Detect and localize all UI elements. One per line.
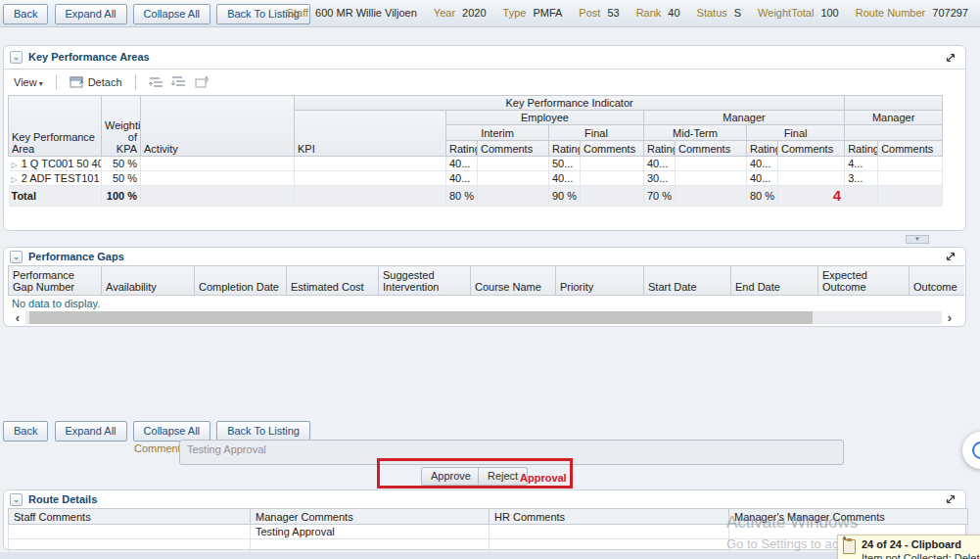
rank-label: Rank bbox=[636, 7, 662, 19]
maximize-panel-icon[interactable] bbox=[945, 493, 957, 505]
show-as-top-icon[interactable] bbox=[194, 75, 210, 88]
staff-value: 600 MR Willie Viljoen bbox=[315, 7, 417, 19]
comments-cell bbox=[878, 157, 943, 171]
key-performance-areas-panel: ⌄ Key Performance Areas View▾ Detach bbox=[3, 45, 966, 231]
col-header-course-name: Course Name bbox=[471, 266, 556, 296]
kpa-cell: 1 Q TC001 50 40 bbox=[22, 158, 102, 169]
col-header-rating: Rating bbox=[845, 141, 878, 157]
collapse-all-button[interactable]: Collapse All bbox=[133, 421, 210, 442]
col-header-expected-outcome: Expected Outcome bbox=[818, 266, 910, 296]
collapse-above-icon[interactable] bbox=[149, 75, 164, 88]
collapse-panel-icon[interactable]: ⌄ bbox=[10, 493, 23, 506]
weighting-cell: 50 % bbox=[102, 171, 141, 186]
panel-splitter-handle[interactable]: ▼ bbox=[906, 235, 929, 244]
weighttotal-label: WeightTotal bbox=[758, 7, 814, 19]
kpi-cell bbox=[295, 171, 446, 186]
col-header-kpa: Key Performance Area bbox=[9, 96, 102, 157]
comment-label: Comment bbox=[134, 443, 175, 454]
route-panel-header: ⌄ Route Details bbox=[4, 490, 965, 508]
comments-cell bbox=[676, 171, 747, 186]
group-header-midterm: Mid-Term bbox=[644, 125, 747, 141]
col-header-suggested-intervention: Suggested Intervention bbox=[379, 266, 471, 296]
comment-input[interactable]: Testing Approval bbox=[179, 440, 844, 465]
col-header-weighting: Weighting of KPA bbox=[102, 96, 141, 157]
assistant-icon bbox=[972, 442, 980, 459]
clipboard-icon bbox=[843, 539, 856, 554]
back-button[interactable]: Back bbox=[3, 4, 48, 24]
rating-cell: 40... bbox=[644, 157, 676, 171]
horizontal-scrollbar[interactable]: ‹ › bbox=[10, 310, 957, 325]
group-header-employee: Employee bbox=[446, 111, 644, 125]
scroll-left-icon[interactable]: ‹ bbox=[10, 311, 25, 324]
group-header-manager2: Manager bbox=[845, 111, 943, 125]
collapse-panel-icon[interactable]: ⌄ bbox=[10, 51, 23, 64]
comments-cell bbox=[778, 157, 845, 171]
col-header-activity: Activity bbox=[141, 96, 295, 157]
route-panel-title: Route Details bbox=[28, 493, 97, 505]
back-to-listing-button[interactable]: Back To Listing bbox=[216, 421, 310, 442]
group-header-kpi: Key Performance Indicator bbox=[295, 96, 845, 111]
rating-cell: 50... bbox=[549, 157, 581, 171]
scroll-right-icon[interactable]: › bbox=[942, 311, 957, 324]
maximize-panel-icon[interactable] bbox=[945, 52, 957, 64]
staff-label: Staff bbox=[287, 7, 308, 19]
year-label: Year bbox=[434, 7, 455, 19]
group-header-interim: Interim bbox=[446, 125, 549, 141]
col-header-rating: Rating bbox=[446, 141, 478, 157]
comments-cell bbox=[778, 171, 845, 186]
scrollbar-thumb[interactable] bbox=[29, 311, 813, 324]
col-header-comments: Comments bbox=[778, 141, 845, 157]
performance-gaps-panel: ⌄ Performance Gaps Performance Gap Numbe… bbox=[3, 247, 966, 327]
clipboard-tooltip: 24 of 24 - Clipboard Item not Collected:… bbox=[837, 535, 980, 559]
group-header-blank bbox=[845, 96, 943, 111]
approve-button[interactable]: Approve bbox=[421, 467, 481, 486]
rating-cell: 40... bbox=[747, 171, 778, 186]
rank-value: 40 bbox=[668, 7, 679, 19]
floating-assistant-widget[interactable] bbox=[962, 432, 980, 469]
col-header-gap-number: Performance Gap Number bbox=[9, 266, 102, 296]
post-value: 53 bbox=[607, 7, 619, 19]
total-weighting: 100 % bbox=[102, 186, 141, 207]
gaps-table: Performance Gap Number Availability Comp… bbox=[8, 265, 964, 296]
expand-all-button[interactable]: Expand All bbox=[55, 4, 127, 24]
group-header-final-manager: Final bbox=[747, 125, 845, 141]
staff-comments-cell bbox=[9, 525, 251, 539]
chevron-down-icon: ▾ bbox=[39, 79, 43, 88]
kpa-table: Key Performance Area Weighting of KPA Ac… bbox=[8, 95, 943, 207]
detach-button[interactable]: Detach bbox=[70, 75, 122, 88]
row-expander-icon[interactable]: ▷ bbox=[12, 161, 18, 169]
expand-all-button[interactable]: Expand All bbox=[55, 421, 127, 442]
collapse-below-icon[interactable] bbox=[171, 75, 187, 88]
clipboard-tooltip-detail: Item not Collected: Delete bbox=[862, 552, 980, 559]
col-header-comments: Comments bbox=[878, 141, 943, 157]
total-label: Total bbox=[9, 186, 102, 207]
table-row[interactable]: ▷2 ADF TEST101 5 50 % 40... 40... 30... … bbox=[9, 171, 943, 186]
collapse-all-button[interactable]: Collapse All bbox=[133, 4, 210, 24]
row-expander-icon[interactable]: ▷ bbox=[12, 175, 18, 184]
back-button[interactable]: Back bbox=[3, 421, 48, 442]
comments-cell bbox=[478, 157, 549, 171]
record-info-bar: Staff600 MR Willie Viljoen Year2020 Type… bbox=[287, 7, 968, 19]
kpa-panel-title: Key Performance Areas bbox=[28, 51, 150, 63]
collapse-panel-icon[interactable]: ⌄ bbox=[10, 251, 23, 263]
comments-cell bbox=[478, 171, 549, 186]
scrollbar-track[interactable] bbox=[25, 311, 942, 324]
col-header-priority: Priority bbox=[556, 266, 644, 296]
view-menu-button[interactable]: View▾ bbox=[14, 76, 43, 88]
maximize-panel-icon[interactable] bbox=[945, 251, 957, 262]
group-header-final-employee: Final bbox=[549, 125, 644, 141]
col-header-comments: Comments bbox=[478, 141, 549, 157]
post-label: Post bbox=[579, 7, 600, 19]
rating-cell: 40... bbox=[446, 171, 478, 186]
col-header-completion-date: Completion Date bbox=[195, 266, 287, 296]
type-label: Type bbox=[503, 7, 527, 19]
col-header-outcome: Outcome bbox=[910, 266, 965, 296]
col-header-rating: Rating bbox=[747, 141, 778, 157]
rating-cell: 4... bbox=[845, 157, 878, 171]
year-value: 2020 bbox=[462, 7, 486, 19]
top-toolbar: Back Expand All Collapse All Back To Lis… bbox=[0, 0, 980, 27]
gaps-panel-title: Performance Gaps bbox=[28, 251, 124, 262]
comments-cell bbox=[676, 157, 747, 171]
red-annotation-4: 4 bbox=[778, 186, 845, 207]
table-row[interactable]: ▷1 Q TC001 50 40 50 % 40... 50... 40... … bbox=[9, 157, 943, 171]
